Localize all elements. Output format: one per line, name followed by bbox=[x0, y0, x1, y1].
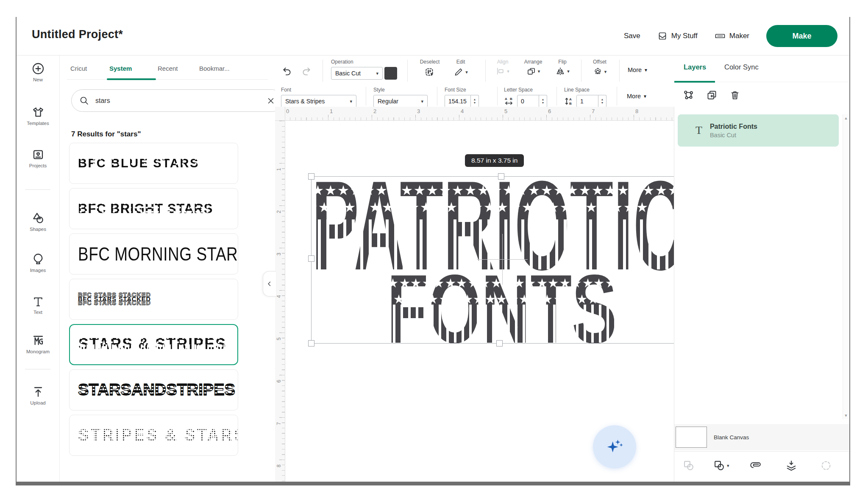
font-result-stripes-and-stars[interactable]: STRIPES & STARS bbox=[69, 415, 238, 456]
line-space-icon: AB bbox=[564, 97, 573, 106]
flip-icon bbox=[555, 67, 565, 76]
duplicate-layer-button[interactable] bbox=[706, 89, 718, 101]
flatten-button[interactable] bbox=[785, 460, 797, 471]
project-title[interactable]: Untitled Project* bbox=[32, 28, 123, 41]
crosshair-vertical bbox=[502, 234, 503, 285]
ai-sparkle-button[interactable] bbox=[593, 425, 636, 469]
sidebar-item-upload[interactable]: Upload bbox=[17, 385, 59, 405]
active-tab-marker bbox=[674, 81, 715, 83]
save-button[interactable]: Save bbox=[624, 32, 640, 40]
sidebar-item-shapes[interactable]: Shapes bbox=[17, 211, 59, 232]
sidebar-item-projects[interactable]: Projects bbox=[17, 148, 59, 168]
font-result-bfc-bright-stars[interactable]: BFC BRIGHT STARS bbox=[69, 188, 238, 229]
selection-handle-top-middle[interactable] bbox=[498, 173, 504, 180]
font-size-stepper[interactable]: ▲▼ bbox=[471, 95, 479, 108]
chevron-down-icon: ▾ bbox=[421, 99, 423, 104]
my-stuff-button[interactable]: My Stuff bbox=[657, 31, 698, 41]
font-size-input[interactable] bbox=[445, 95, 471, 108]
clear-search-icon[interactable] bbox=[267, 97, 275, 105]
sidebar-item-new[interactable]: New bbox=[17, 62, 59, 82]
style-select[interactable]: Regular▾ bbox=[373, 95, 428, 108]
blank-canvas-row[interactable]: Blank Canvas bbox=[674, 424, 849, 450]
selection-handle-bottom-left[interactable] bbox=[308, 340, 314, 347]
font-result-starsandstripes[interactable]: STARSANDSTRIPES bbox=[69, 369, 238, 410]
contour-icon bbox=[820, 460, 832, 471]
selection-handle-top-left[interactable] bbox=[308, 173, 314, 180]
text-icon bbox=[32, 295, 45, 308]
letter-space-stepper[interactable]: ▲▼ bbox=[539, 95, 547, 108]
font-result-bfc-morning-stars[interactable]: BFC MORNING STARS bbox=[69, 233, 238, 274]
edit-menu-button[interactable]: Edit ▾ bbox=[449, 59, 473, 77]
monogram-icon bbox=[31, 334, 45, 347]
tab-recent-fonts[interactable]: Recent bbox=[158, 65, 178, 72]
undo-button[interactable] bbox=[281, 66, 293, 77]
scroll-up-icon[interactable]: ▲ bbox=[843, 116, 849, 120]
search-input[interactable] bbox=[95, 97, 267, 105]
delete-layer-button[interactable] bbox=[729, 89, 740, 101]
font-result-stars-and-stripes-selected[interactable]: STARS & STRIPES STARS & STRIPES bbox=[69, 324, 238, 365]
sidebar-item-templates[interactable]: Templates bbox=[17, 105, 59, 126]
flip-menu-button[interactable]: Flip ▾ bbox=[551, 59, 573, 76]
font-result-bfc-blue-stars[interactable]: BFC BLUE STARS bbox=[69, 143, 238, 184]
font-results-list: BFC BLUE STARS BFC BRIGHT STARS BFC MORN… bbox=[69, 143, 238, 460]
chevron-down-icon: ▼ bbox=[644, 68, 648, 72]
font-search-box[interactable] bbox=[71, 89, 283, 112]
selection-box-top bbox=[311, 176, 674, 177]
text-more-menu-button[interactable]: More▼ bbox=[627, 93, 647, 100]
layers-scrollbar[interactable]: ▲ ▼ bbox=[843, 114, 849, 419]
tab-bookmarked-fonts[interactable]: Bookmar... bbox=[199, 65, 230, 72]
deselect-button[interactable]: Deselect bbox=[414, 59, 445, 78]
sidebar-item-text[interactable]: Text bbox=[17, 295, 59, 315]
selection-handle-bottom-middle[interactable] bbox=[496, 340, 503, 347]
operation-color-swatch[interactable] bbox=[384, 67, 397, 80]
make-button[interactable]: Make bbox=[766, 25, 837, 47]
svg-text:A: A bbox=[569, 97, 572, 101]
svg-text:B: B bbox=[510, 97, 512, 101]
font-result-bfc-stars-stacked[interactable]: BFC STARS STACKED BFC STARS STACKED BFC … bbox=[69, 279, 238, 320]
letter-space-group: Letter Space AB ▲▼ bbox=[504, 87, 547, 108]
group-layers-button[interactable] bbox=[683, 89, 694, 101]
selection-handle-middle-left[interactable] bbox=[308, 255, 314, 262]
more-menu-button[interactable]: More▼ bbox=[628, 67, 648, 73]
font-select[interactable]: Stars & Stripes▾ bbox=[281, 95, 356, 108]
templates-icon bbox=[31, 105, 45, 119]
sidebar-item-images[interactable]: Images bbox=[17, 252, 59, 273]
combine-button[interactable]: ▾ bbox=[713, 460, 729, 471]
scroll-down-icon[interactable]: ▼ bbox=[843, 413, 849, 418]
design-canvas[interactable]: 0 1 2 3 4 5 6 7 8 1 2 3 4 5 6 7 8 bbox=[275, 107, 674, 482]
tab-layers[interactable]: Layers bbox=[684, 63, 706, 71]
window-right-edge bbox=[849, 17, 850, 483]
edit-toolbar: Operation Basic Cut▾ Deselect Edit ▾ Ali… bbox=[275, 55, 674, 107]
offset-menu-button[interactable]: Offset ▾ bbox=[587, 59, 612, 76]
sidebar-item-monogram[interactable]: Monogram bbox=[17, 334, 59, 354]
slice-button-disabled bbox=[683, 460, 695, 471]
line-space-stepper[interactable]: ▲▼ bbox=[598, 95, 606, 108]
upload-icon bbox=[31, 385, 45, 399]
collapse-panel-tab[interactable] bbox=[263, 271, 276, 297]
redo-button[interactable] bbox=[300, 66, 312, 77]
svg-text:A: A bbox=[505, 97, 507, 101]
cricut-design-space-app: Untitled Project* Save My Stuff Maker Ma… bbox=[0, 0, 868, 488]
maker-machine-button[interactable]: Maker bbox=[715, 31, 749, 41]
tab-color-sync[interactable]: Color Sync bbox=[724, 63, 759, 71]
font-panel: Cricut System Recent Bookmar... 7 Result… bbox=[59, 55, 275, 482]
layer-item-patriotic-fonts[interactable]: T Patriotic Fonts Basic Cut bbox=[678, 114, 839, 147]
letter-space-input[interactable] bbox=[517, 95, 539, 108]
tab-system-fonts[interactable]: System bbox=[109, 65, 132, 72]
new-icon bbox=[31, 62, 45, 75]
layer-actions-bar: ▾ bbox=[674, 454, 849, 479]
attach-button[interactable] bbox=[750, 460, 762, 471]
tab-cricut-fonts[interactable]: Cricut bbox=[70, 65, 87, 72]
operation-select[interactable]: Basic Cut▾ bbox=[331, 67, 383, 80]
header: Untitled Project* Save My Stuff Maker Ma… bbox=[17, 17, 849, 55]
align-icon bbox=[496, 67, 505, 75]
operation-group: Operation Basic Cut▾ bbox=[331, 59, 397, 80]
slice-icon bbox=[683, 460, 695, 471]
projects-icon bbox=[31, 148, 45, 161]
canvas-color-swatch[interactable] bbox=[676, 427, 707, 448]
arrange-menu-button[interactable]: Arrange ▾ bbox=[519, 59, 547, 76]
maker-machine-icon bbox=[715, 31, 726, 41]
chevron-down-icon: ▾ bbox=[507, 69, 509, 74]
line-space-input[interactable] bbox=[576, 95, 598, 108]
chevron-down-icon: ▾ bbox=[538, 69, 540, 74]
